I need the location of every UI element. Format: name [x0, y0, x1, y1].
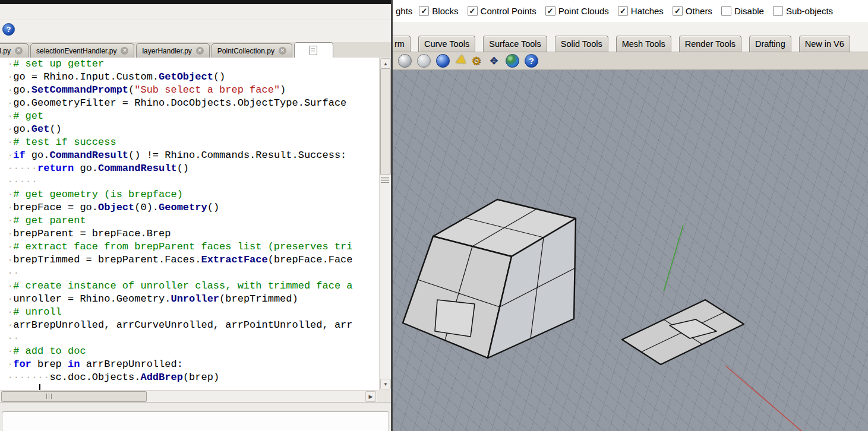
help-icon[interactable]: ? [525, 54, 538, 68]
code-line[interactable]: ·go.Get() [7, 123, 379, 136]
code-line[interactable]: ·# get [7, 110, 379, 123]
code-line[interactable]: ·# test if success [7, 136, 379, 149]
code-line[interactable]: ·· [7, 332, 379, 345]
checkbox-label: Sub-objects [786, 6, 833, 16]
code-token: () [213, 71, 225, 83]
python-editor-window: ? roll.py ✕ selectionEventHandler.py ✕ l… [0, 0, 391, 431]
code-line[interactable]: ·# add to doc [7, 345, 379, 358]
code-token: · [7, 215, 13, 226]
tab-mesh-tools[interactable]: Mesh Tools [616, 36, 671, 52]
close-icon[interactable]: ✕ [196, 47, 204, 55]
code-line[interactable]: ·brepTrimmed = brepParent.Faces.ExtractF… [7, 253, 379, 267]
checkbox-checked-icon[interactable]: ✓ [468, 6, 478, 16]
help-icon[interactable]: ? [2, 23, 15, 36]
scroll-down-arrow[interactable]: ▼ [380, 379, 391, 389]
code-line[interactable]: ·go.SetCommandPrompt("Sub select a brep … [7, 84, 379, 97]
tab-label: layerHandler.py [142, 47, 191, 55]
code-line[interactable]: ·go = Rhino.Input.Custom.GetObject() [7, 71, 379, 84]
filter-others[interactable]: ✓Others [673, 6, 712, 16]
filter-blocks[interactable]: ✓Blocks [419, 6, 458, 16]
code-token: · [7, 189, 13, 200]
viewport-canvas[interactable] [393, 70, 868, 431]
code-line[interactable]: ·brepParent = brepFace.Brep [7, 227, 379, 240]
code-token: (brep) [183, 372, 219, 383]
code-token: brepTrimmed = brepParent.Faces. [13, 254, 201, 265]
grip-icon[interactable] [46, 394, 53, 399]
hscroll-thumb[interactable] [1, 391, 147, 402]
code-token: Object [98, 202, 134, 213]
code-line[interactable]: ·arrBrepUnrolled, arrCurveUnrolled, arrP… [7, 319, 379, 332]
rendered-sphere-icon[interactable] [436, 54, 450, 68]
checkbox-unchecked-icon[interactable] [721, 6, 731, 16]
filter-control-points[interactable]: ✓Control Points [468, 6, 536, 16]
tab-pointcollection-py[interactable]: PointCollection.py ✕ [212, 43, 292, 58]
tab-roll-py[interactable]: roll.py ✕ [0, 43, 29, 58]
tab-new-in-v6[interactable]: New in V6 [799, 36, 850, 52]
code-line[interactable]: ·· [7, 267, 379, 280]
code-token: go. [26, 150, 50, 161]
code-line[interactable]: ·# unroll [7, 306, 379, 319]
code-token: arrBrepUnrolled, arrCurveUnrolled, arrPo… [13, 319, 352, 331]
close-icon[interactable]: ✕ [121, 47, 128, 55]
code-line[interactable]: ·go.GeometryFilter = Rhino.DocObjects.Ob… [7, 97, 379, 110]
selected-subface[interactable] [435, 300, 475, 337]
document-icon [310, 46, 317, 55]
tab-surface-tools[interactable]: Surface Tools [483, 36, 547, 52]
cone-icon[interactable] [454, 55, 466, 67]
code-line[interactable]: ·# get geometry (is brepface) [7, 188, 379, 201]
tab-selectioneventhandler-py[interactable]: selectionEventHandler.py ✕ [30, 43, 134, 58]
gear-icon[interactable]: ⚙ [470, 55, 482, 67]
checkbox-unchecked-icon[interactable] [773, 6, 783, 16]
code-line[interactable]: ·····return go.CommandResult() [7, 162, 379, 175]
code-line[interactable]: ·if go.CommandResult() != Rhino.Commands… [7, 149, 379, 162]
close-icon[interactable]: ✕ [15, 47, 23, 55]
vscroll-thumb[interactable] [380, 68, 391, 175]
splitter-grip-icon[interactable] [381, 176, 389, 183]
close-icon[interactable]: ✕ [279, 47, 286, 55]
tab-drafting[interactable]: Drafting [749, 36, 791, 52]
code-token: () != Rhino.Commands.Result.Success: [128, 150, 346, 161]
code-token: · [7, 202, 13, 213]
code-line[interactable]: ·······sc.doc.Objects.AddBrep(brep) [7, 371, 379, 384]
code-token: go. [13, 84, 31, 96]
checkbox-checked-icon[interactable]: ✓ [545, 6, 555, 16]
tab-curve-tools[interactable]: Curve Tools [418, 36, 475, 52]
viewport-perspective[interactable] [393, 70, 868, 431]
code-line[interactable]: ·# extract face from brepParent faces li… [7, 240, 379, 253]
tab-render-tools[interactable]: Render Tools [679, 36, 741, 52]
filter-point-clouds[interactable]: ✓Point Clouds [545, 6, 609, 16]
code-token: () [177, 163, 189, 174]
tab-layerhandler-py[interactable]: layerHandler.py ✕ [136, 43, 209, 58]
code-editor[interactable]: ·# set up getter·go = Rhino.Input.Custom… [0, 58, 379, 390]
code-line[interactable]: ····· [7, 175, 379, 188]
toolbar-divider [0, 20, 391, 20]
code-token: · [7, 319, 13, 331]
scroll-right-arrow[interactable]: ▶ [365, 391, 376, 402]
code-line[interactable]: ·unroller = Rhino.Geometry.Unroller(brep… [7, 293, 379, 306]
code-line[interactable]: ·for brep in arrBrepUnrolled: [7, 358, 379, 371]
tab-new-file[interactable] [294, 42, 333, 58]
scroll-up-arrow[interactable]: ▲ [380, 58, 391, 69]
checkbox-checked-icon[interactable]: ✓ [419, 6, 429, 16]
code-line[interactable]: ·# set up getter [7, 58, 379, 71]
checkbox-checked-icon[interactable]: ✓ [673, 6, 683, 16]
code-line[interactable]: ·# get parent [7, 214, 379, 227]
earth-globe-icon[interactable] [506, 54, 519, 68]
filter-hatches[interactable]: ✓Hatches [618, 6, 664, 16]
tab-transform-partial[interactable]: rm [393, 36, 411, 52]
output-box[interactable] [2, 411, 389, 431]
output-panel [0, 402, 391, 431]
code-line[interactable]: ·brepFace = go.Object(0).Geometry() [7, 201, 379, 214]
checkbox-checked-icon[interactable]: ✓ [618, 6, 628, 16]
code-line[interactable]: ·# create instance of unroller class, wi… [7, 280, 379, 293]
filter-sub-objects[interactable]: Sub-objects [773, 6, 833, 16]
code-token: CommandResult [49, 150, 128, 161]
tab-solid-tools[interactable]: Solid Tools [555, 36, 608, 52]
rhino-tabs: Curve ToolsSurface ToolsSolid ToolsMesh … [418, 36, 850, 52]
shaded-sphere-icon[interactable] [398, 54, 412, 68]
filter-disable[interactable]: Disable [721, 6, 764, 16]
vertical-scrollbar[interactable]: ▲ ▼ [379, 58, 391, 390]
gumball-icon[interactable]: ✥ [488, 55, 500, 67]
ghosted-sphere-icon[interactable] [417, 54, 431, 68]
horizontal-scrollbar[interactable]: ▶ [0, 390, 377, 403]
